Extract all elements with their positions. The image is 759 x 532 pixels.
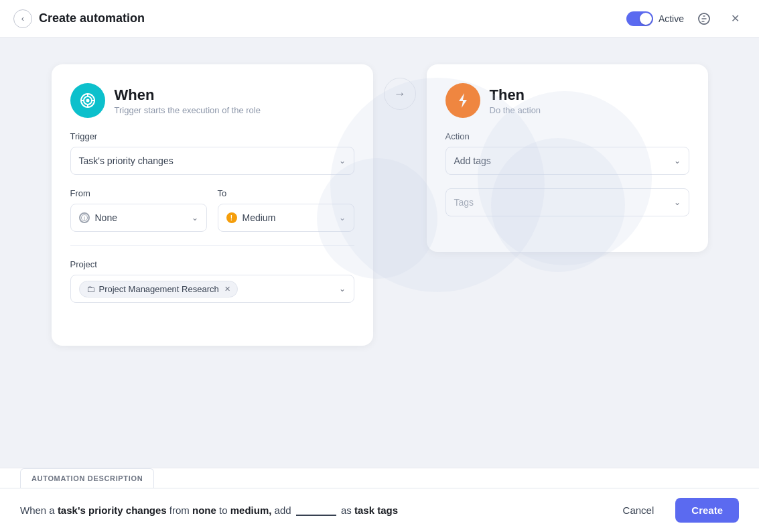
from-value: None <box>95 212 117 223</box>
trigger-field-group: Trigger Task's priority changes ⌄ <box>70 131 354 175</box>
desc-content: When a task's priority changes from none… <box>0 488 759 532</box>
tags-placeholder: Tags <box>454 197 474 208</box>
arrow-connector: → <box>384 64 416 110</box>
active-toggle[interactable] <box>626 11 653 26</box>
desc-bold2: none <box>192 505 216 516</box>
page-title: Create automation <box>39 11 145 25</box>
then-card: Then Do the action Action Add tags ⌄ Tag… <box>427 64 708 252</box>
close-button[interactable]: ✕ <box>724 8 746 29</box>
desc-as: as <box>341 505 354 516</box>
from-select[interactable]: i None ⌄ <box>70 204 207 232</box>
from-value-wrapper: i None <box>79 212 117 223</box>
to-select[interactable]: Medium ⌄ <box>218 204 354 232</box>
back-button[interactable]: ‹ <box>13 9 32 28</box>
priority-medium-icon <box>226 212 237 223</box>
when-card: When Trigger starts the execution of the… <box>52 64 373 346</box>
project-tag-remove-button[interactable]: ✕ <box>224 285 230 293</box>
when-subtitle: Trigger starts the execution of the role <box>115 105 261 115</box>
desc-add: add <box>275 505 294 516</box>
tab-area: AUTOMATION DESCRIPTION <box>0 468 759 488</box>
desc-to: to <box>219 505 230 516</box>
to-value: Medium <box>243 212 276 223</box>
from-label: From <box>70 188 207 198</box>
description-text: When a task's priority changes from none… <box>20 505 398 516</box>
from-chevron-icon: ⌄ <box>192 213 198 222</box>
trigger-chevron-icon: ⌄ <box>339 156 346 165</box>
action-value: Add tags <box>454 155 491 166</box>
back-icon: ‹ <box>21 13 24 23</box>
to-chevron-icon: ⌄ <box>339 213 346 222</box>
desc-bold4: task tags <box>354 505 398 516</box>
project-tag-label: Project Management Research <box>99 284 219 294</box>
tags-field-group: Tags ⌄ <box>445 188 689 216</box>
when-title-group: When Trigger starts the execution of the… <box>115 86 261 115</box>
action-buttons: Cancel Create <box>610 498 739 523</box>
header-right: Active ✕ <box>626 8 746 29</box>
desc-bold3: medium, <box>230 505 272 516</box>
bolt-icon <box>454 92 472 109</box>
create-button[interactable]: Create <box>675 498 739 523</box>
then-title: Then <box>490 86 541 104</box>
svg-marker-10 <box>459 93 467 108</box>
action-chevron-icon: ⌄ <box>674 156 681 165</box>
project-tags-wrapper: 🗀 Project Management Research ✕ <box>79 281 238 297</box>
then-title-group: Then Do the action <box>490 86 541 115</box>
tags-chevron-icon: ⌄ <box>674 198 681 207</box>
divider <box>70 245 354 246</box>
to-label: To <box>218 188 354 198</box>
project-select[interactable]: 🗀 Project Management Research ✕ ⌄ <box>70 275 354 303</box>
header-left: ‹ Create automation <box>13 9 626 28</box>
action-label: Action <box>445 131 689 141</box>
comment-button[interactable] <box>693 8 715 29</box>
active-label: Active <box>659 13 684 24</box>
svg-point-3 <box>86 99 89 103</box>
project-tag: 🗀 Project Management Research ✕ <box>79 281 238 297</box>
to-value-wrapper: Medium <box>226 212 276 223</box>
project-label: Project <box>70 259 354 269</box>
trigger-select[interactable]: Task's priority changes ⌄ <box>70 147 354 175</box>
when-card-header: When Trigger starts the execution of the… <box>70 83 354 118</box>
action-select[interactable]: Add tags ⌄ <box>445 147 689 175</box>
close-icon: ✕ <box>731 12 740 25</box>
arrow-circle: → <box>384 78 416 110</box>
bottom-section: AUTOMATION DESCRIPTION When a task's pri… <box>0 468 759 532</box>
then-subtitle: Do the action <box>490 105 541 115</box>
desc-bar-inner: When a task's priority changes from none… <box>0 488 759 532</box>
arrow-right-icon: → <box>394 87 406 101</box>
main-content: When Trigger starts the execution of the… <box>0 38 759 465</box>
desc-prefix: When a <box>20 505 55 516</box>
target-icon <box>79 92 96 109</box>
cancel-button[interactable]: Cancel <box>610 498 668 523</box>
trigger-value: Task's priority changes <box>79 155 174 166</box>
tags-select[interactable]: Tags ⌄ <box>445 188 689 216</box>
from-to-row: From i None ⌄ To <box>70 188 354 232</box>
when-title: When <box>115 86 261 104</box>
action-field-group: Action Add tags ⌄ <box>445 131 689 175</box>
project-chevron-icon: ⌄ <box>339 284 346 293</box>
info-icon: i <box>81 214 88 221</box>
trigger-label: Trigger <box>70 131 354 141</box>
header: ‹ Create automation Active ✕ <box>0 0 759 38</box>
comment-icon <box>697 12 711 25</box>
when-icon <box>70 83 105 118</box>
svg-text:i: i <box>84 216 85 220</box>
automation-description-tab[interactable]: AUTOMATION DESCRIPTION <box>20 468 154 488</box>
toggle-thumb <box>640 13 652 25</box>
from-col: From i None ⌄ <box>70 188 207 232</box>
priority-none-icon: i <box>79 212 90 223</box>
then-icon <box>445 83 480 118</box>
desc-bold1: task's priority changes <box>58 505 167 516</box>
desc-from: from <box>169 505 192 516</box>
desc-blank <box>296 515 336 516</box>
active-toggle-wrapper: Active <box>626 11 684 26</box>
to-col: To Medium ⌄ <box>218 188 354 232</box>
then-card-header: Then Do the action <box>445 83 689 118</box>
project-field-group: Project 🗀 Project Management Research ✕ … <box>70 259 354 303</box>
folder-icon: 🗀 <box>86 284 95 294</box>
